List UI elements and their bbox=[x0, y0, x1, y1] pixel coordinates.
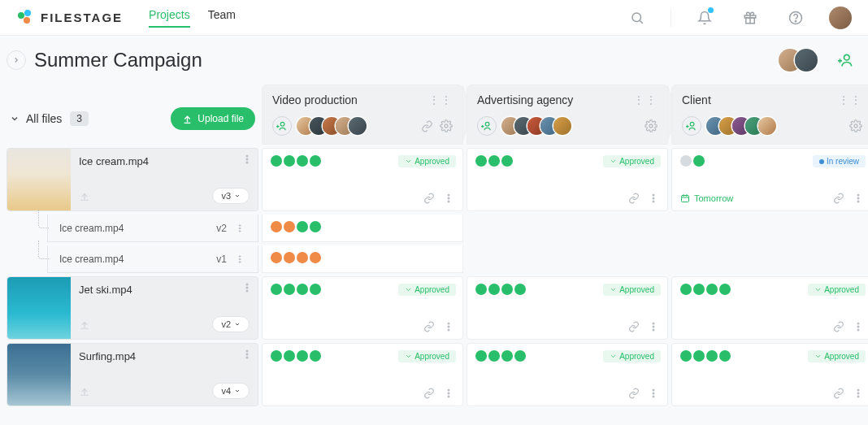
review-card[interactable]: Approved bbox=[467, 343, 668, 406]
file-cell[interactable]: Ice cream.mp4 v3 bbox=[7, 148, 258, 211]
stage-settings-icon[interactable] bbox=[849, 119, 862, 132]
divider bbox=[671, 9, 671, 27]
drag-handle-icon[interactable]: ⋮⋮ bbox=[838, 93, 862, 106]
drag-handle-icon[interactable]: ⋮⋮ bbox=[428, 93, 453, 106]
notifications-icon[interactable] bbox=[692, 6, 717, 30]
version-tree: Ice cream.mp4 v2 bbox=[7, 215, 258, 242]
card-menu-icon[interactable] bbox=[443, 388, 454, 399]
version-selector[interactable]: v3 bbox=[212, 188, 250, 204]
expand-all-icon[interactable] bbox=[10, 114, 20, 124]
link-icon[interactable] bbox=[628, 388, 640, 399]
empty-cell bbox=[671, 245, 868, 273]
svg-point-64 bbox=[857, 329, 859, 331]
project-members[interactable] bbox=[785, 49, 818, 72]
file-cell[interactable]: Surfing.mp4 v4 bbox=[7, 343, 258, 406]
card-menu-icon[interactable] bbox=[443, 321, 454, 332]
search-icon[interactable] bbox=[625, 6, 649, 30]
svg-point-34 bbox=[448, 197, 449, 199]
review-card[interactable] bbox=[262, 215, 463, 242]
link-icon[interactable] bbox=[628, 193, 640, 204]
version-row[interactable]: Ice cream.mp4 v1 bbox=[47, 245, 258, 273]
svg-point-60 bbox=[653, 326, 654, 327]
drag-handle-icon[interactable]: ⋮⋮ bbox=[633, 93, 658, 106]
version-selector[interactable]: v2 bbox=[212, 316, 250, 332]
card-menu-icon[interactable] bbox=[648, 321, 659, 332]
empty-cell bbox=[467, 245, 668, 273]
svg-point-59 bbox=[653, 323, 654, 324]
gift-icon[interactable] bbox=[738, 6, 762, 30]
link-icon[interactable] bbox=[423, 388, 435, 399]
svg-point-27 bbox=[854, 124, 857, 128]
version-menu-icon[interactable] bbox=[235, 254, 245, 264]
svg-point-48 bbox=[239, 230, 241, 232]
svg-point-33 bbox=[448, 194, 449, 196]
file-menu-icon[interactable] bbox=[241, 349, 253, 360]
stage-header: Client ⋮⋮ bbox=[671, 85, 868, 145]
add-reviewer-button[interactable] bbox=[682, 116, 701, 136]
card-menu-icon[interactable] bbox=[443, 193, 454, 204]
review-card[interactable]: Approved bbox=[671, 276, 868, 340]
review-card[interactable] bbox=[262, 245, 463, 273]
file-menu-icon[interactable] bbox=[241, 282, 253, 293]
svg-point-67 bbox=[246, 357, 248, 358]
vote-dot bbox=[310, 221, 321, 232]
stage-settings-icon[interactable] bbox=[644, 119, 658, 132]
link-icon[interactable] bbox=[421, 119, 433, 132]
link-icon[interactable] bbox=[833, 193, 844, 204]
file-name: Surfing.mp4 bbox=[79, 350, 250, 362]
vote-dot bbox=[501, 284, 513, 295]
stage-header: Video production ⋮⋮ bbox=[262, 85, 463, 145]
card-menu-icon[interactable] bbox=[853, 388, 864, 399]
stage-settings-icon[interactable] bbox=[440, 119, 453, 132]
review-card[interactable]: Approved bbox=[262, 343, 463, 406]
review-card[interactable]: Approved bbox=[467, 148, 668, 211]
status-approved: Approved bbox=[398, 284, 456, 296]
link-icon[interactable] bbox=[423, 321, 435, 332]
file-cell[interactable]: Jet ski.mp4 v2 bbox=[7, 276, 258, 340]
nav-team[interactable]: Team bbox=[208, 8, 236, 28]
svg-point-66 bbox=[246, 353, 248, 355]
reviewer-avatar bbox=[758, 117, 776, 135]
vote-dot bbox=[488, 350, 500, 362]
card-menu-icon[interactable] bbox=[853, 321, 864, 332]
vote-dot bbox=[271, 155, 282, 167]
link-icon[interactable] bbox=[628, 321, 640, 332]
add-reviewer-button[interactable] bbox=[477, 116, 497, 136]
svg-point-76 bbox=[857, 392, 859, 394]
version-row[interactable]: Ice cream.mp4 v2 bbox=[47, 215, 258, 242]
review-card[interactable]: Approved bbox=[671, 343, 868, 406]
svg-point-47 bbox=[239, 228, 241, 229]
version-menu-icon[interactable] bbox=[235, 223, 245, 233]
version-selector[interactable]: v4 bbox=[212, 383, 250, 399]
vote-dot bbox=[501, 350, 513, 362]
vote-dot bbox=[488, 155, 500, 167]
review-card[interactable]: Approved bbox=[262, 276, 463, 340]
svg-point-71 bbox=[448, 396, 449, 397]
card-menu-icon[interactable] bbox=[853, 193, 864, 204]
nav-projects[interactable]: Projects bbox=[149, 8, 190, 28]
link-icon[interactable] bbox=[833, 321, 844, 332]
review-card[interactable]: Approved bbox=[262, 148, 463, 211]
file-thumbnail bbox=[7, 277, 71, 339]
vote-dot bbox=[310, 350, 321, 362]
svg-point-62 bbox=[857, 323, 859, 324]
review-card[interactable]: In review Tomorrow bbox=[671, 148, 868, 211]
upload-version-icon[interactable] bbox=[79, 319, 90, 330]
card-menu-icon[interactable] bbox=[648, 388, 659, 399]
status-in-review: In review bbox=[813, 155, 866, 167]
collapse-project-icon[interactable] bbox=[7, 50, 26, 70]
add-reviewer-button[interactable] bbox=[272, 116, 292, 136]
link-icon[interactable] bbox=[833, 388, 844, 399]
review-card[interactable]: Approved bbox=[467, 276, 668, 340]
invite-member-button[interactable] bbox=[834, 48, 858, 72]
help-icon[interactable] bbox=[783, 6, 808, 30]
svg-point-56 bbox=[448, 323, 449, 324]
user-avatar[interactable] bbox=[829, 7, 852, 29]
upload-file-button[interactable]: Upload file bbox=[171, 107, 255, 130]
upload-version-icon[interactable] bbox=[79, 385, 90, 397]
card-menu-icon[interactable] bbox=[648, 193, 659, 204]
file-menu-icon[interactable] bbox=[241, 154, 253, 165]
vote-dot bbox=[475, 284, 487, 295]
upload-version-icon[interactable] bbox=[79, 190, 90, 202]
link-icon[interactable] bbox=[423, 193, 435, 204]
